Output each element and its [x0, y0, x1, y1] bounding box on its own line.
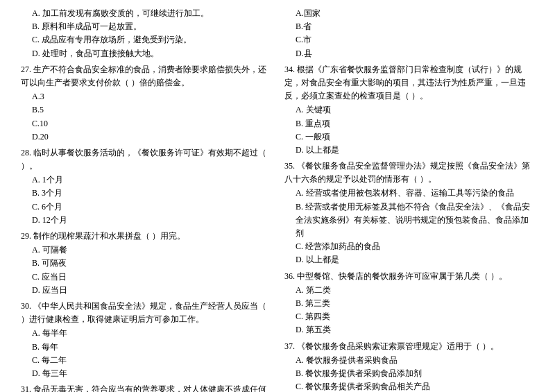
question-28: 28. 临时从事餐饮服务活动的，《餐饮服务许可证》有效期不超过（ ）。 A. 1… — [21, 146, 271, 227]
option-item: D. 第五类 — [284, 323, 534, 336]
option-item: D. 应当日 — [21, 284, 271, 297]
option-item: D. 处理时，食品可直接接触大地。 — [21, 47, 271, 60]
option-item: B. 重点项 — [284, 117, 534, 130]
two-column-layout: A. 加工前发现有腐败变质的，可继续进行加工。 B. 原料和半成品可一起放置。 … — [21, 7, 534, 392]
right-column: A.国家 B.省 C.市 D.县 34. 根据《广东省餐饮服务监督部门日常检查制… — [284, 7, 534, 392]
question-30: 30. 《中华人民共和国食品安全法》规定，食品生产经营人员应当（ ）进行健康检查… — [21, 300, 271, 380]
option-item: B. 餐饮服务提供者采购食品添加剂 — [284, 367, 534, 380]
question-31: 31. 食品无毒无害，符合应当有的营养要求，对人体健康不造成任何急性、亚急性或者… — [21, 383, 271, 392]
question-text: 27. 生产不符合食品安全标准的食品，消费者除要求赔偿损失外，还可以向生产者要求… — [21, 63, 271, 90]
question-text: 37. 《餐饮服务食品采购索证索票管理规定》适用于（ ）。 — [284, 340, 534, 353]
option-item: B. 原料和半成品可一起放置。 — [21, 20, 271, 33]
question-34: 34. 根据《广东省餐饮服务监督部门日常检查制度（试行）》的规定，对食品安全有重… — [284, 63, 534, 157]
q33-options: A.国家 B.省 C.市 D.县 — [284, 7, 534, 60]
option-item: B. 经营或者使用无标签及其他不符合《食品安全法》、《食品安全法实施条例》有关标… — [284, 201, 534, 241]
question-text: 30. 《中华人民共和国食品安全法》规定，食品生产经营人员应当（ ）进行健康检查… — [21, 300, 271, 326]
option-item: A. 关键项 — [284, 103, 534, 117]
option-item: A. 每半年 — [21, 327, 271, 340]
question-37: 37. 《餐饮服务食品采购索证索票管理规定》适用于（ ）。 A. 餐饮服务提供者… — [284, 340, 534, 393]
option-item: D. 以上都是 — [284, 253, 534, 266]
option-item: C. 6个月 — [21, 201, 271, 214]
option-item: B. 第三类 — [284, 297, 534, 310]
option-item: D.20 — [21, 130, 271, 144]
option-item: D. 以上都是 — [284, 144, 534, 157]
option-item: B. 每年 — [21, 341, 271, 354]
option-item: C. 经营添加药品的食品 — [284, 240, 534, 253]
option-item: A. 可隔餐 — [21, 244, 271, 257]
question-text: 28. 临时从事餐饮服务活动的，《餐饮服务许可证》有效期不超过（ ）。 — [21, 146, 271, 173]
option-item: A.国家 — [284, 7, 534, 20]
question-35: 35. 《餐饮服务食品安全监督管理办法》规定按照《食品安全法》第八十六条的规定予… — [284, 160, 534, 267]
option-item: C. 成品应有专用存放场所，避免受到污染。 — [21, 33, 271, 46]
option-item: D. 12个月 — [21, 214, 271, 227]
left-column: A. 加工前发现有腐败变质的，可继续进行加工。 B. 原料和半成品可一起放置。 … — [21, 7, 271, 392]
option-item: C.10 — [21, 117, 271, 130]
option-item: C. 每二年 — [21, 354, 271, 367]
question-36: 36. 中型餐馆、快餐店的餐饮服务许可应审属于第几类（ ）。 A. 第二类 B.… — [284, 270, 534, 337]
option-item: D. 每三年 — [21, 367, 271, 380]
question-text: 36. 中型餐馆、快餐店的餐饮服务许可应审属于第几类（ ）。 — [284, 270, 534, 283]
option-item: A. 第二类 — [284, 284, 534, 297]
option-item: B. 可隔夜 — [21, 257, 271, 270]
option-item: D.县 — [284, 47, 534, 60]
option-item: A. 经营或者使用被包装材料、容器、运输工具等污染的食品 — [284, 187, 534, 200]
option-item: A. 餐饮服务提供者采购食品 — [284, 354, 534, 367]
question-text: 34. 根据《广东省餐饮服务监督部门日常检查制度（试行）》的规定，对食品安全有重… — [284, 63, 534, 103]
option-item: B.5 — [21, 103, 271, 117]
prev-question-options: A. 加工前发现有腐败变质的，可继续进行加工。 B. 原料和半成品可一起放置。 … — [21, 7, 271, 60]
question-text: 35. 《餐饮服务食品安全监督管理办法》规定按照《食品安全法》第八十六条的规定予… — [284, 160, 534, 186]
option-item: B. 3个月 — [21, 187, 271, 200]
option-item: A. 加工前发现有腐败变质的，可继续进行加工。 — [21, 7, 271, 20]
option-item: B.省 — [284, 20, 534, 33]
page-content: A. 加工前发现有腐败变质的，可继续进行加工。 B. 原料和半成品可一起放置。 … — [21, 7, 534, 392]
option-item: C. 餐饮服务提供者采购食品相关产品 — [284, 380, 534, 392]
option-item: C. 应当日 — [21, 271, 271, 284]
option-item: C.市 — [284, 33, 534, 46]
question-text: 31. 食品无毒无害，符合应当有的营养要求，对人体健康不造成任何急性、亚急性或者… — [21, 383, 271, 392]
option-item: A. 1个月 — [21, 173, 271, 187]
question-27: 27. 生产不符合食品安全标准的食品，消费者除要求赔偿损失外，还可以向生产者要求… — [21, 63, 271, 144]
option-item: A.3 — [21, 90, 271, 103]
option-item: C. 一般项 — [284, 130, 534, 144]
question-text: 29. 制作的现榨果蔬汁和水果拼盘（ ）用完。 — [21, 230, 271, 243]
option-item: C. 第四类 — [284, 310, 534, 323]
question-29: 29. 制作的现榨果蔬汁和水果拼盘（ ）用完。 A. 可隔餐 B. 可隔夜 C.… — [21, 230, 271, 297]
